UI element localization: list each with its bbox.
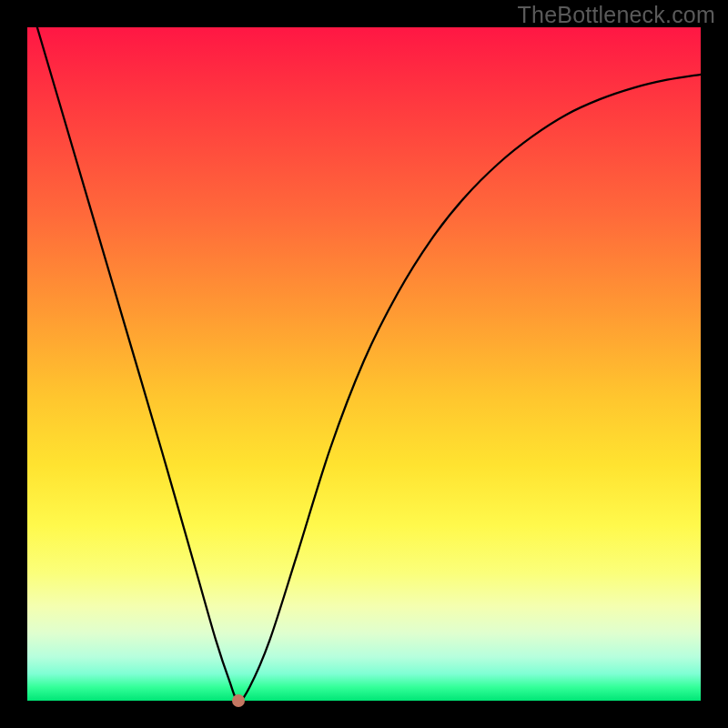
bottleneck-curve xyxy=(27,27,701,701)
optimal-point-marker xyxy=(232,694,245,707)
chart-frame: TheBottleneck.com xyxy=(0,0,728,728)
watermark-text: TheBottleneck.com xyxy=(518,2,715,28)
